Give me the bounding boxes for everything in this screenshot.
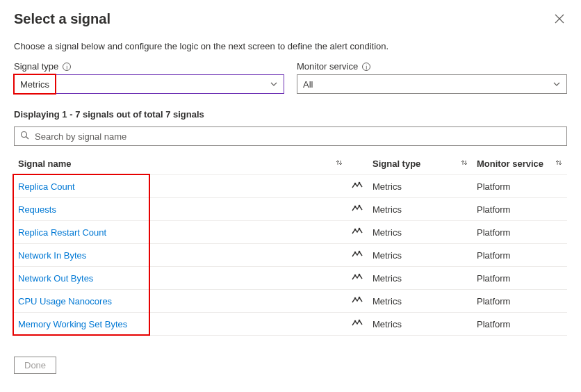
metric-icon bbox=[352, 181, 363, 192]
svg-point-2 bbox=[354, 183, 357, 185]
table-row[interactable]: Replica Restart CountMetricsPlatform bbox=[14, 221, 567, 244]
info-icon[interactable]: i bbox=[362, 63, 370, 71]
svg-point-3 bbox=[359, 182, 361, 184]
monitor-service-cell: Platform bbox=[473, 244, 567, 267]
result-count: Displaying 1 - 7 signals out of total 7 … bbox=[14, 109, 567, 120]
svg-point-7 bbox=[359, 228, 361, 230]
sort-icon bbox=[460, 158, 468, 168]
metric-icon bbox=[352, 273, 363, 284]
col-header-service-label: Monitor service bbox=[477, 158, 543, 169]
metric-icon bbox=[352, 296, 363, 307]
svg-point-11 bbox=[359, 274, 361, 276]
svg-point-6 bbox=[354, 229, 357, 231]
signal-link[interactable]: Memory Working Set Bytes bbox=[18, 319, 127, 329]
monitor-service-cell: Platform bbox=[473, 198, 567, 221]
col-header-type-label: Signal type bbox=[373, 158, 420, 169]
svg-line-1 bbox=[26, 137, 29, 140]
monitor-service-select[interactable]: All bbox=[297, 74, 567, 94]
signal-link[interactable]: Network Out Bytes bbox=[18, 273, 93, 284]
table-row[interactable]: CPU Usage NanocoresMetricsPlatform bbox=[14, 290, 567, 313]
signals-table: Signal name Signal type Monitor service bbox=[14, 153, 567, 336]
svg-point-0 bbox=[22, 132, 27, 138]
panel-title: Select a signal bbox=[14, 11, 111, 27]
monitor-service-cell: Platform bbox=[473, 267, 567, 290]
monitor-service-label: Monitor service bbox=[297, 61, 358, 72]
svg-point-10 bbox=[354, 275, 357, 277]
svg-point-13 bbox=[359, 297, 361, 299]
signal-link[interactable]: Network In Bytes bbox=[18, 250, 86, 261]
col-header-name[interactable]: Signal name bbox=[14, 153, 347, 175]
chevron-down-icon bbox=[553, 80, 561, 88]
metric-icon bbox=[352, 227, 363, 238]
metric-icon bbox=[352, 250, 363, 261]
col-header-type[interactable]: Signal type bbox=[368, 153, 473, 175]
signal-type-cell: Metrics bbox=[368, 290, 473, 313]
svg-point-14 bbox=[354, 320, 357, 322]
table-row[interactable]: Replica CountMetricsPlatform bbox=[14, 175, 567, 198]
done-button[interactable]: Done bbox=[14, 357, 56, 374]
chevron-down-icon bbox=[270, 80, 278, 88]
svg-point-5 bbox=[359, 205, 361, 207]
signal-type-label: Signal type bbox=[14, 61, 58, 72]
search-input[interactable] bbox=[33, 131, 561, 142]
signal-link[interactable]: CPU Usage Nanocores bbox=[18, 296, 112, 307]
col-header-name-label: Signal name bbox=[18, 158, 72, 169]
svg-point-15 bbox=[359, 320, 361, 322]
svg-point-9 bbox=[359, 251, 361, 253]
table-row[interactable]: Memory Working Set BytesMetricsPlatform bbox=[14, 313, 567, 336]
signal-type-select[interactable]: Metrics bbox=[14, 74, 284, 94]
signal-type-cell: Metrics bbox=[368, 313, 473, 336]
sort-icon bbox=[335, 158, 343, 168]
svg-point-8 bbox=[354, 252, 357, 254]
monitor-service-cell: Platform bbox=[473, 221, 567, 244]
table-row[interactable]: Network Out BytesMetricsPlatform bbox=[14, 267, 567, 290]
search-box[interactable] bbox=[14, 126, 567, 146]
table-row[interactable]: RequestsMetricsPlatform bbox=[14, 198, 567, 221]
metric-icon bbox=[352, 319, 363, 329]
sort-icon bbox=[555, 158, 563, 168]
monitor-service-cell: Platform bbox=[473, 290, 567, 313]
signal-type-cell: Metrics bbox=[368, 198, 473, 221]
metric-icon bbox=[352, 204, 363, 215]
svg-point-4 bbox=[354, 206, 357, 208]
monitor-service-cell: Platform bbox=[473, 313, 567, 336]
monitor-service-value: All bbox=[303, 79, 313, 90]
table-row[interactable]: Network In BytesMetricsPlatform bbox=[14, 244, 567, 267]
signal-link[interactable]: Requests bbox=[18, 204, 56, 215]
close-icon[interactable] bbox=[552, 11, 567, 29]
signal-link[interactable]: Replica Count bbox=[18, 181, 75, 192]
monitor-service-cell: Platform bbox=[473, 175, 567, 198]
signal-type-value: Metrics bbox=[20, 79, 49, 90]
signal-type-cell: Metrics bbox=[368, 267, 473, 290]
panel-subtitle: Choose a signal below and configure the … bbox=[14, 41, 567, 51]
signal-type-cell: Metrics bbox=[368, 175, 473, 198]
signal-type-cell: Metrics bbox=[368, 244, 473, 267]
svg-point-12 bbox=[354, 297, 357, 300]
col-header-service[interactable]: Monitor service bbox=[473, 153, 567, 175]
signal-type-cell: Metrics bbox=[368, 221, 473, 244]
search-icon bbox=[20, 131, 29, 142]
info-icon[interactable]: i bbox=[63, 63, 71, 71]
signal-link[interactable]: Replica Restart Count bbox=[18, 227, 106, 238]
